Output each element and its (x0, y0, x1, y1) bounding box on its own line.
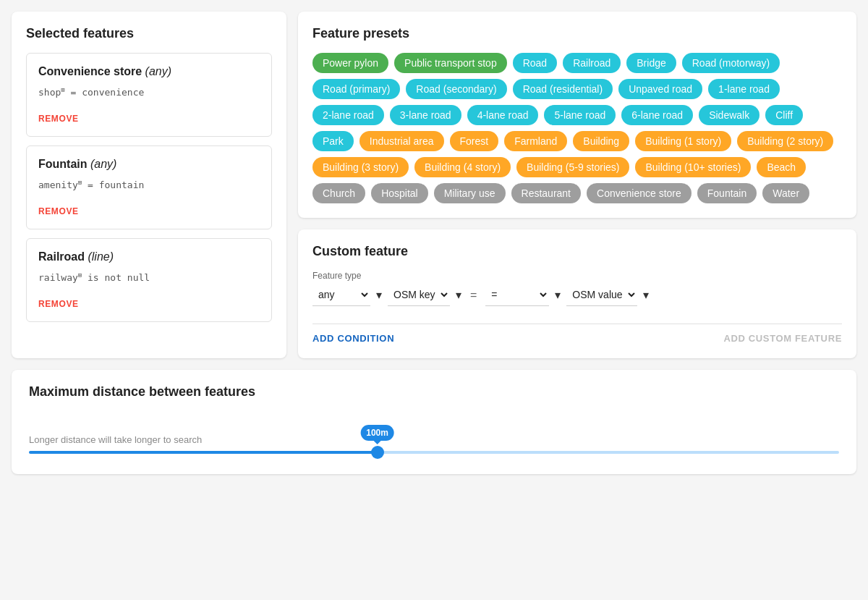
preset-chip[interactable]: Building (573, 131, 629, 151)
feature-card-title: Railroad (line) (38, 250, 260, 263)
preset-chip[interactable]: Building (1 story) (635, 131, 731, 151)
remove-button[interactable]: REMOVE (38, 206, 79, 216)
custom-feature-title: Custom feature (312, 244, 842, 259)
preset-chip[interactable]: Unpaved road (618, 79, 702, 99)
preset-chip[interactable]: 4-lane road (467, 105, 539, 125)
osm-value-select[interactable]: OSM value (566, 284, 637, 306)
preset-chip[interactable]: Building (4 story) (414, 157, 511, 177)
right-column: Feature presets Power pylonPublic transp… (298, 12, 856, 358)
feature-card-title: Convenience store (any) (38, 65, 260, 78)
selected-features-title: Selected features (26, 26, 272, 41)
preset-chip[interactable]: Restaurant (511, 183, 581, 203)
add-custom-feature-button[interactable]: ADD CUSTOM FEATURE (723, 333, 842, 344)
remove-button[interactable]: REMOVE (38, 299, 79, 309)
preset-chip[interactable]: Road (primary) (312, 79, 400, 99)
distance-title: Maximum distance between features (29, 384, 839, 400)
equals-sign: = (467, 289, 480, 302)
preset-chip[interactable]: 3-lane road (390, 105, 461, 125)
preset-chip[interactable]: Building (10+ stories) (635, 157, 751, 177)
preset-chip[interactable]: 5-lane road (544, 105, 616, 125)
slider-wrapper: 100m (29, 451, 839, 454)
feature-card: Railroad (line) railway⊞ is not null REM… (26, 238, 272, 322)
osm-key-select[interactable]: OSM key (388, 284, 450, 306)
operator-select[interactable]: = != is not null is null (485, 284, 549, 306)
preset-chip[interactable]: Fountain (697, 183, 757, 203)
preset-chip[interactable]: Cliff (765, 105, 803, 125)
slider-section: Longer distance will take longer to sear… (29, 411, 839, 454)
feature-presets-panel: Feature presets Power pylonPublic transp… (298, 12, 856, 218)
preset-chip[interactable]: Railroad (563, 53, 621, 73)
preset-chip[interactable]: Road (motorway) (682, 53, 780, 73)
top-section: Selected features Convenience store (any… (12, 12, 856, 358)
feature-tag: amenity⊞ = fountain (38, 179, 144, 190)
presets-container: Power pylonPublic transport stopRoadRail… (312, 53, 842, 203)
preset-chip[interactable]: 6-lane road (621, 105, 693, 125)
remove-button[interactable]: REMOVE (38, 114, 79, 124)
preset-chip[interactable]: Road (secondary) (406, 79, 506, 99)
chevron-down-icon-3: ▾ (555, 288, 561, 302)
preset-chip[interactable]: Beach (757, 157, 806, 177)
preset-chip[interactable]: 2-lane road (312, 105, 384, 125)
preset-chip[interactable]: Road (residential) (513, 79, 613, 99)
feature-type-select[interactable]: any point line polygon (312, 284, 370, 306)
feature-tag: railway⊞ is not null (38, 272, 150, 283)
feature-card: Fountain (any) amenity⊞ = fountain REMOV… (26, 145, 272, 229)
preset-chip[interactable]: Park (312, 131, 354, 151)
preset-chip[interactable]: Power pylon (312, 53, 388, 73)
preset-chip[interactable]: Building (3 story) (312, 157, 409, 177)
preset-chip[interactable]: 1-lane road (708, 79, 780, 99)
preset-chip[interactable]: Building (5-9 stories) (516, 157, 629, 177)
preset-chip[interactable]: Military use (434, 183, 506, 203)
preset-chip[interactable]: Hospital (371, 183, 428, 203)
custom-feature-panel: Custom feature Feature type any point li… (298, 229, 856, 358)
chevron-down-icon-1: ▾ (376, 288, 382, 302)
preset-chip[interactable]: Bridge (626, 53, 676, 73)
preset-chip[interactable]: Convenience store (587, 183, 692, 203)
custom-fields-row: any point line polygon ▾ OSM key ▾ = = !… (312, 284, 842, 306)
feature-cards-container: Convenience store (any) shop⊞ = convenie… (26, 53, 272, 322)
preset-chip[interactable]: Road (513, 53, 557, 73)
slider-bubble: 100m (360, 425, 394, 441)
distance-subtitle: Longer distance will take longer to sear… (29, 434, 839, 445)
preset-chip[interactable]: Church (312, 183, 365, 203)
chevron-down-icon-4: ▾ (643, 288, 649, 302)
preset-chip[interactable]: Public transport stop (394, 53, 507, 73)
feature-tag: shop⊞ = convenience (38, 87, 144, 98)
custom-actions-row: ADD CONDITION ADD CUSTOM FEATURE (312, 324, 842, 344)
preset-chip[interactable]: Water (762, 183, 809, 203)
feature-type-label: Feature type (312, 271, 842, 281)
preset-chip[interactable]: Forest (450, 131, 499, 151)
feature-card: Convenience store (any) shop⊞ = convenie… (26, 53, 272, 137)
chevron-down-icon-2: ▾ (456, 288, 461, 302)
preset-chip[interactable]: Sidewalk (699, 105, 760, 125)
preset-chip[interactable]: Farmland (504, 131, 567, 151)
preset-chip[interactable]: Industrial area (359, 131, 444, 151)
distance-panel: Maximum distance between features Longer… (12, 370, 856, 474)
main-layout: Selected features Convenience store (any… (12, 12, 856, 474)
add-condition-button[interactable]: ADD CONDITION (312, 333, 394, 344)
selected-features-panel: Selected features Convenience store (any… (12, 12, 286, 358)
feature-presets-title: Feature presets (312, 26, 842, 41)
preset-chip[interactable]: Building (2 story) (737, 131, 833, 151)
feature-card-title: Fountain (any) (38, 158, 260, 171)
